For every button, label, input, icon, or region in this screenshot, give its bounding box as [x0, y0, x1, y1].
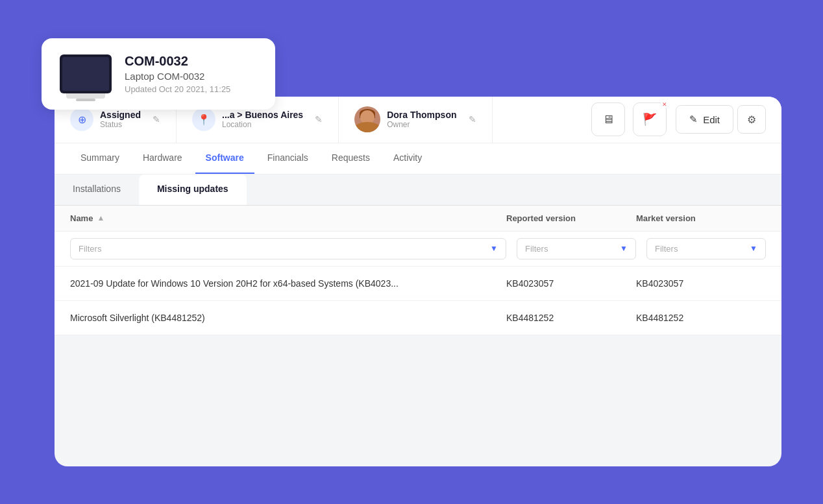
row-2-name: Microsoft Silverlight (KB4481252) [70, 313, 506, 323]
row-2-market: KB4481252 [636, 313, 766, 323]
col-header-reported: Reported version [506, 213, 636, 223]
owner-name: Dora Thompson [387, 110, 456, 120]
status-assigned-text: Assigned Status [100, 110, 141, 129]
gear-icon: ⚙ [747, 114, 756, 126]
assigned-sublabel: Status [100, 120, 141, 129]
tab-financials[interactable]: Financials [257, 143, 319, 174]
owner-text: Dora Thompson Owner [387, 110, 456, 129]
owner-edit-icon[interactable]: ✎ [469, 114, 476, 125]
location-sublabel: Location [222, 120, 303, 129]
row-2-reported: KB4481252 [506, 313, 636, 323]
device-name: Laptop COM-0032 [125, 71, 230, 82]
tab-software[interactable]: Software [195, 143, 254, 174]
settings-button[interactable]: ⚙ [737, 105, 766, 134]
location-edit-icon[interactable]: ✎ [315, 114, 323, 125]
table-row: Microsoft Silverlight (KB4481252) KB4481… [55, 301, 781, 335]
device-screen [62, 57, 109, 91]
main-container: COM-0032 Laptop COM-0032 Updated Oct 20 … [22, 19, 801, 486]
status-owner[interactable]: Dora Thompson Owner ✎ [339, 97, 492, 143]
page-background: COM-0032 Laptop COM-0032 Updated Oct 20 … [0, 0, 823, 504]
content-panel: ⊕ Assigned Status ✎ 📍 ...a > Buenos Aire… [55, 97, 781, 466]
table-row: 2021-09 Update for Windows 10 Version 20… [55, 267, 781, 301]
device-card: COM-0032 Laptop COM-0032 Updated Oct 20 … [42, 38, 275, 110]
edit-pencil-icon: ✎ [689, 114, 698, 125]
sub-tab-missing-updates[interactable]: Missing updates [139, 174, 247, 205]
market-filter-icon: ▼ [750, 244, 757, 253]
sub-tab-installations[interactable]: Installations [55, 174, 139, 205]
location-icon: 📍 [192, 108, 215, 131]
table-header: Name ▲ Reported version Market version [55, 206, 781, 232]
status-actions: 🖥 🚩 ✎ Edit ⚙ [587, 102, 766, 136]
edit-button[interactable]: ✎ Edit [676, 105, 733, 134]
owner-avatar [354, 106, 380, 132]
market-filter-placeholder: Filters [655, 244, 744, 254]
assigned-label: Assigned [100, 110, 141, 120]
sort-icon[interactable]: ▲ [97, 213, 104, 222]
sub-tabs: Installations Missing updates [55, 174, 781, 206]
device-updated: Updated Oct 20 2021, 11:25 [125, 84, 230, 94]
row-1-name: 2021-09 Update for Windows 10 Version 20… [70, 278, 506, 289]
nav-tabs: Summary Hardware Software Financials Req… [55, 143, 781, 174]
tab-hardware[interactable]: Hardware [132, 143, 193, 174]
col-header-market: Market version [636, 213, 766, 223]
name-filter[interactable]: Filters ▼ [70, 238, 506, 259]
status-location-text: ...a > Buenos Aires Location [222, 110, 303, 129]
row-1-market: KB4023057 [636, 278, 766, 289]
assigned-edit-icon[interactable]: ✎ [153, 114, 160, 125]
flag-button[interactable]: 🚩 [633, 102, 667, 136]
device-info: COM-0032 Laptop COM-0032 Updated Oct 20 … [125, 54, 230, 94]
name-filter-icon: ▼ [490, 244, 498, 253]
flag-icon: 🚩 [643, 112, 657, 126]
owner-sublabel: Owner [387, 120, 456, 129]
name-filter-placeholder: Filters [79, 244, 485, 254]
monitor-button[interactable]: 🖥 [591, 102, 625, 136]
version-filter-placeholder: Filters [525, 244, 615, 254]
table-area: Name ▲ Reported version Market version F… [55, 206, 781, 335]
filter-row: Filters ▼ Filters ▼ Filters ▼ [55, 232, 781, 267]
tab-requests[interactable]: Requests [321, 143, 380, 174]
version-filter[interactable]: Filters ▼ [517, 238, 636, 259]
target-icon: ⊕ [70, 108, 93, 131]
tab-summary[interactable]: Summary [70, 143, 130, 174]
tab-activity[interactable]: Activity [383, 143, 432, 174]
monitor-icon: 🖥 [602, 113, 614, 126]
market-filter[interactable]: Filters ▼ [646, 238, 766, 259]
avatar-body [354, 122, 380, 132]
col-header-name: Name ▲ [70, 213, 506, 223]
device-id: COM-0032 [125, 54, 230, 69]
device-icon [60, 54, 112, 93]
row-1-reported: KB4023057 [506, 278, 636, 289]
version-filter-icon: ▼ [620, 244, 628, 253]
inner-content: Installations Missing updates Name ▲ Rep… [55, 174, 781, 335]
edit-label: Edit [703, 114, 720, 125]
location-label: ...a > Buenos Aires [222, 110, 303, 120]
